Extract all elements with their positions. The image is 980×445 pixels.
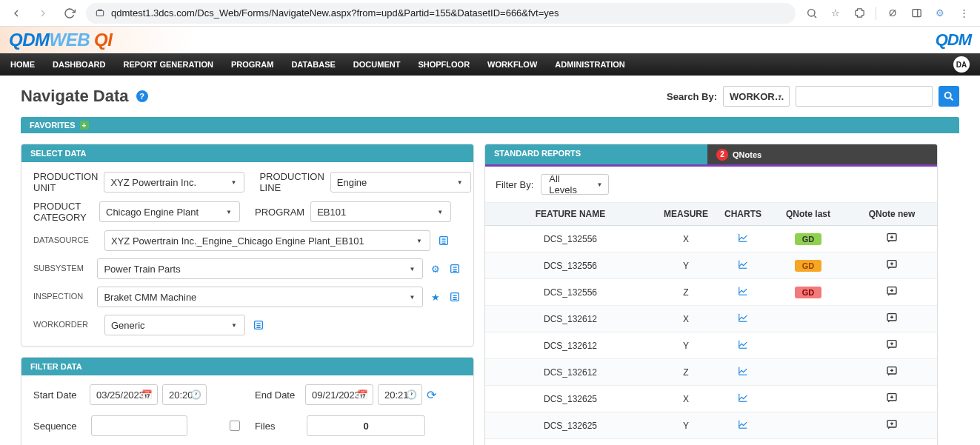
qnote-new-icon[interactable] [885,258,899,270]
start-time-input[interactable]: 20:20🕐 [162,384,207,405]
reload-button[interactable] [59,3,80,24]
feature-name-cell: DCS_132625 [485,439,656,446]
datasource-label: DATASOURCE [33,235,99,245]
inspection-select[interactable]: Braket CMM Machine [97,287,423,307]
clock-icon[interactable]: 🕐 [406,389,417,400]
menu-icon[interactable]: ⋮ [953,3,974,24]
url-bar[interactable]: qdmtest1.3dcs.com/Dcs_Web/Forms/Navigate… [86,3,796,24]
production-unit-select[interactable]: XYZ Powertrain Inc. [104,172,244,193]
filter-by-select[interactable]: All Levels [541,174,609,195]
qnote-badge[interactable]: GD [795,233,822,245]
feature-name-cell: DCS_132625 [485,386,656,412]
qnote-new-icon[interactable] [885,232,899,244]
chart-icon[interactable] [736,339,750,349]
start-date-input[interactable]: 03/25/2023📅 [90,384,158,405]
qnote-last-cell [770,359,847,386]
search-by-select[interactable]: WORKOR… [723,86,790,107]
search-button[interactable] [939,86,959,107]
end-date-input[interactable]: 09/21/2023📅 [305,384,373,405]
chart-icon[interactable] [736,366,750,376]
col-qnote-new[interactable]: QNote new [847,203,937,226]
nav-report-generation[interactable]: REPORT GENERATION [124,60,213,69]
product-category-select[interactable]: Chicago Engine Plant [99,201,240,222]
qnote-new-icon[interactable] [885,285,899,297]
chart-icon[interactable] [736,312,750,323]
user-avatar[interactable]: DA [953,56,970,73]
col-feature-name[interactable]: FEATURE NAME [485,203,656,226]
qnote-badge[interactable]: GD [795,287,822,298]
sequence-label: Sequence [33,421,85,432]
workorder-list-icon[interactable] [251,318,266,332]
program-select[interactable]: EB101 [310,201,451,222]
sidepanel-icon[interactable] [906,3,927,24]
nav-dashboard[interactable]: DASHBOARD [53,60,106,69]
qnote-new-icon[interactable] [885,338,899,350]
measure-cell: Y [656,412,716,439]
files-input[interactable]: 0 [307,415,425,436]
chart-icon[interactable] [736,259,750,270]
nav-home[interactable]: HOME [10,60,35,69]
refresh-icon[interactable]: ⟳ [427,388,436,402]
col-measure[interactable]: MEASURE [656,203,716,226]
subsystem-label: SUBSYSTEM [33,264,91,273]
qnote-new-icon[interactable] [885,312,899,324]
back-button[interactable] [6,3,27,24]
profile-icon[interactable]: ⚙ [930,3,950,24]
standard-reports-panel: STANDARD REPORTS 2 QNotes Filter By: All… [484,144,938,445]
production-line-label: PRODUCTION LINE [259,171,324,193]
sequence-checkbox[interactable] [230,421,240,431]
filter-by-label: Filter By: [496,179,533,190]
filter-data-header: FILTER DATA [21,358,473,375]
measure-cell: Y [656,252,716,279]
chart-icon[interactable] [736,392,750,403]
inspection-list-icon[interactable] [448,290,461,304]
nav-administration[interactable]: ADMINISTRATION [555,60,625,69]
qnotes-tab[interactable]: 2 QNotes [707,144,937,164]
qnote-new-icon[interactable] [885,418,899,430]
nav-database[interactable]: DATABASE [291,60,335,69]
bookmark-icon[interactable]: ☆ [825,3,846,24]
qnote-new-icon[interactable] [885,392,899,404]
favorites-bar[interactable]: FAVORITES + [21,117,959,133]
subsystem-gear-icon[interactable]: ⚙ [429,261,442,276]
inspection-star-icon[interactable]: ★ [429,290,442,304]
nav-program[interactable]: PROGRAM [231,60,273,69]
add-favorite-icon[interactable]: + [80,121,89,130]
production-line-select[interactable]: Engine [330,172,471,193]
col-qnote-last[interactable]: QNote last [770,203,847,226]
calendar-icon[interactable]: 📅 [141,389,153,400]
subsystem-list-icon[interactable] [448,261,461,276]
col-charts[interactable]: CHARTS [716,203,770,226]
chart-icon[interactable] [736,419,750,429]
nav-shopfloor[interactable]: SHOPFLOOR [418,60,470,69]
zoom-icon[interactable] [801,3,822,24]
chart-icon[interactable] [736,232,750,243]
svg-rect-0 [96,10,103,16]
qnote-new-icon[interactable] [885,365,899,377]
calendar-icon[interactable]: 📅 [357,389,368,400]
standard-reports-header: STANDARD REPORTS 2 QNotes [485,144,937,164]
table-row: DCS_132556XGD [485,226,937,252]
extension-icon[interactable] [849,3,870,24]
end-time-input[interactable]: 20:21🕐 [378,384,422,405]
help-icon[interactable]: ? [136,90,148,102]
forward-button[interactable] [33,3,53,24]
sequence-input[interactable] [91,415,187,436]
chart-icon[interactable] [736,286,750,296]
start-date-label: Start Date [33,389,85,401]
search-by-label: Search By: [667,91,717,102]
search-input[interactable] [796,86,933,107]
qnote-last-cell: GD [770,226,847,252]
app-header: QDMWEBQI QDM [0,27,980,53]
datasource-select[interactable]: XYZ Powertrain Inc._Engine_Chicago Engin… [104,230,430,251]
measure-cell: Z [656,359,716,386]
workorder-select[interactable]: Generic [104,315,245,335]
nav-workflow[interactable]: WORKFLOW [487,60,537,69]
subsystem-select[interactable]: Power Train Parts [97,258,423,279]
nav-document[interactable]: DOCUMENT [353,60,401,69]
feature-name-cell: DCS_132612 [485,332,656,359]
omega-icon[interactable]: Ø [882,3,903,24]
clock-icon[interactable]: 🕐 [190,389,201,400]
qnote-badge[interactable]: GD [795,260,822,272]
datasource-list-icon[interactable] [436,233,451,248]
